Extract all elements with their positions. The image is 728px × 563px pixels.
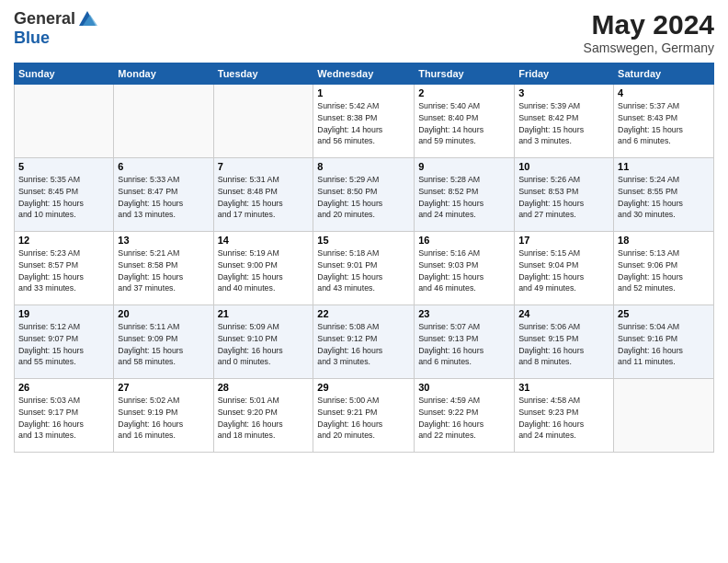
day-cell: 12Sunrise: 5:23 AM Sunset: 8:57 PM Dayli…	[15, 232, 114, 305]
day-info: Sunrise: 5:31 AM Sunset: 8:48 PM Dayligh…	[218, 174, 310, 221]
day-info: Sunrise: 4:58 AM Sunset: 9:23 PM Dayligh…	[518, 395, 609, 442]
day-info: Sunrise: 5:15 AM Sunset: 9:04 PM Dayligh…	[518, 247, 609, 294]
month-year: May 2024	[584, 9, 714, 40]
day-header-sunday: Sunday	[15, 63, 114, 85]
day-number: 19	[18, 308, 109, 319]
day-info: Sunrise: 5:07 AM Sunset: 9:13 PM Dayligh…	[418, 321, 510, 368]
day-info: Sunrise: 5:21 AM Sunset: 8:58 PM Dayligh…	[118, 247, 209, 294]
day-number: 15	[317, 235, 410, 246]
day-cell: 5Sunrise: 5:35 AM Sunset: 8:45 PM Daylig…	[15, 158, 114, 232]
week-row-2: 5Sunrise: 5:35 AM Sunset: 8:45 PM Daylig…	[15, 158, 714, 232]
logo-blue: Blue	[14, 29, 97, 48]
day-cell: 2Sunrise: 5:40 AM Sunset: 8:40 PM Daylig…	[415, 85, 515, 158]
day-cell: 7Sunrise: 5:31 AM Sunset: 8:48 PM Daylig…	[213, 158, 313, 232]
day-cell: 20Sunrise: 5:11 AM Sunset: 9:09 PM Dayli…	[114, 305, 213, 379]
day-cell: 13Sunrise: 5:21 AM Sunset: 8:58 PM Dayli…	[114, 232, 213, 305]
day-number: 9	[418, 161, 510, 172]
day-number: 14	[218, 235, 310, 246]
day-cell: 9Sunrise: 5:28 AM Sunset: 8:52 PM Daylig…	[415, 158, 515, 232]
day-cell	[614, 379, 714, 453]
week-row-4: 19Sunrise: 5:12 AM Sunset: 9:07 PM Dayli…	[15, 305, 714, 379]
day-info: Sunrise: 5:13 AM Sunset: 9:06 PM Dayligh…	[618, 247, 710, 294]
day-cell: 24Sunrise: 5:06 AM Sunset: 9:15 PM Dayli…	[515, 305, 614, 379]
day-cell: 26Sunrise: 5:03 AM Sunset: 9:17 PM Dayli…	[15, 379, 114, 453]
day-info: Sunrise: 5:02 AM Sunset: 9:19 PM Dayligh…	[118, 395, 209, 442]
day-cell	[213, 85, 313, 158]
day-info: Sunrise: 5:33 AM Sunset: 8:47 PM Dayligh…	[118, 174, 209, 221]
day-header-monday: Monday	[114, 63, 213, 85]
day-info: Sunrise: 5:18 AM Sunset: 9:01 PM Dayligh…	[317, 247, 410, 294]
day-number: 20	[118, 308, 209, 319]
day-cell: 11Sunrise: 5:24 AM Sunset: 8:55 PM Dayli…	[614, 158, 714, 232]
day-info: Sunrise: 5:24 AM Sunset: 8:55 PM Dayligh…	[618, 174, 710, 221]
day-cell: 15Sunrise: 5:18 AM Sunset: 9:01 PM Dayli…	[313, 232, 415, 305]
day-number: 16	[418, 235, 510, 246]
day-info: Sunrise: 5:08 AM Sunset: 9:12 PM Dayligh…	[317, 321, 410, 368]
day-cell: 3Sunrise: 5:39 AM Sunset: 8:42 PM Daylig…	[515, 85, 614, 158]
day-info: Sunrise: 5:16 AM Sunset: 9:03 PM Dayligh…	[418, 247, 510, 294]
day-cell: 25Sunrise: 5:04 AM Sunset: 9:16 PM Dayli…	[614, 305, 714, 379]
day-info: Sunrise: 4:59 AM Sunset: 9:22 PM Dayligh…	[418, 395, 510, 442]
day-cell: 6Sunrise: 5:33 AM Sunset: 8:47 PM Daylig…	[114, 158, 213, 232]
day-info: Sunrise: 5:37 AM Sunset: 8:43 PM Dayligh…	[618, 100, 710, 147]
day-cell: 17Sunrise: 5:15 AM Sunset: 9:04 PM Dayli…	[515, 232, 614, 305]
day-number: 11	[618, 161, 710, 172]
day-cell: 27Sunrise: 5:02 AM Sunset: 9:19 PM Dayli…	[114, 379, 213, 453]
day-cell	[15, 85, 114, 158]
week-row-5: 26Sunrise: 5:03 AM Sunset: 9:17 PM Dayli…	[15, 379, 714, 453]
day-info: Sunrise: 5:28 AM Sunset: 8:52 PM Dayligh…	[418, 174, 510, 221]
day-number: 7	[218, 161, 310, 172]
day-header-saturday: Saturday	[614, 63, 714, 85]
day-info: Sunrise: 5:00 AM Sunset: 9:21 PM Dayligh…	[317, 395, 410, 442]
day-info: Sunrise: 5:19 AM Sunset: 9:00 PM Dayligh…	[218, 247, 310, 294]
day-cell: 28Sunrise: 5:01 AM Sunset: 9:20 PM Dayli…	[213, 379, 313, 453]
day-number: 6	[118, 161, 209, 172]
day-number: 25	[618, 308, 710, 319]
day-cell: 22Sunrise: 5:08 AM Sunset: 9:12 PM Dayli…	[313, 305, 415, 379]
day-info: Sunrise: 5:26 AM Sunset: 8:53 PM Dayligh…	[518, 174, 609, 221]
day-number: 5	[18, 161, 109, 172]
day-number: 23	[418, 308, 510, 319]
day-number: 12	[18, 235, 109, 246]
day-number: 29	[317, 382, 410, 393]
day-number: 1	[317, 87, 410, 98]
day-number: 26	[18, 382, 109, 393]
day-number: 31	[518, 382, 609, 393]
logo-general: General	[14, 10, 75, 29]
calendar-container: General Blue May 2024 Samswegen, Germany…	[0, 0, 728, 462]
day-cell: 1Sunrise: 5:42 AM Sunset: 8:38 PM Daylig…	[313, 85, 415, 158]
day-number: 4	[618, 87, 710, 98]
logo-icon	[77, 9, 97, 29]
day-cell: 19Sunrise: 5:12 AM Sunset: 9:07 PM Dayli…	[15, 305, 114, 379]
calendar-table: SundayMondayTuesdayWednesdayThursdayFrid…	[14, 63, 714, 453]
day-info: Sunrise: 5:40 AM Sunset: 8:40 PM Dayligh…	[418, 100, 510, 147]
week-row-1: 1Sunrise: 5:42 AM Sunset: 8:38 PM Daylig…	[15, 85, 714, 158]
day-header-friday: Friday	[515, 63, 614, 85]
day-header-tuesday: Tuesday	[213, 63, 313, 85]
logo: General Blue	[14, 9, 97, 48]
day-cell: 30Sunrise: 4:59 AM Sunset: 9:22 PM Dayli…	[415, 379, 515, 453]
day-number: 8	[317, 161, 410, 172]
day-number: 13	[118, 235, 209, 246]
day-cell: 4Sunrise: 5:37 AM Sunset: 8:43 PM Daylig…	[614, 85, 714, 158]
location: Samswegen, Germany	[584, 40, 714, 55]
day-info: Sunrise: 5:11 AM Sunset: 9:09 PM Dayligh…	[118, 321, 209, 368]
day-number: 21	[218, 308, 310, 319]
day-number: 30	[418, 382, 510, 393]
title-block: May 2024 Samswegen, Germany	[584, 9, 714, 55]
day-number: 2	[418, 87, 510, 98]
week-row-3: 12Sunrise: 5:23 AM Sunset: 8:57 PM Dayli…	[15, 232, 714, 305]
day-info: Sunrise: 5:42 AM Sunset: 8:38 PM Dayligh…	[317, 100, 410, 147]
day-info: Sunrise: 5:23 AM Sunset: 8:57 PM Dayligh…	[18, 247, 109, 294]
day-info: Sunrise: 5:04 AM Sunset: 9:16 PM Dayligh…	[618, 321, 710, 368]
day-info: Sunrise: 5:35 AM Sunset: 8:45 PM Dayligh…	[18, 174, 109, 221]
day-cell: 18Sunrise: 5:13 AM Sunset: 9:06 PM Dayli…	[614, 232, 714, 305]
day-cell	[114, 85, 213, 158]
day-number: 10	[518, 161, 609, 172]
day-cell: 23Sunrise: 5:07 AM Sunset: 9:13 PM Dayli…	[415, 305, 515, 379]
day-number: 27	[118, 382, 209, 393]
day-info: Sunrise: 5:29 AM Sunset: 8:50 PM Dayligh…	[317, 174, 410, 221]
day-header-thursday: Thursday	[415, 63, 515, 85]
day-cell: 8Sunrise: 5:29 AM Sunset: 8:50 PM Daylig…	[313, 158, 415, 232]
day-info: Sunrise: 5:03 AM Sunset: 9:17 PM Dayligh…	[18, 395, 109, 442]
